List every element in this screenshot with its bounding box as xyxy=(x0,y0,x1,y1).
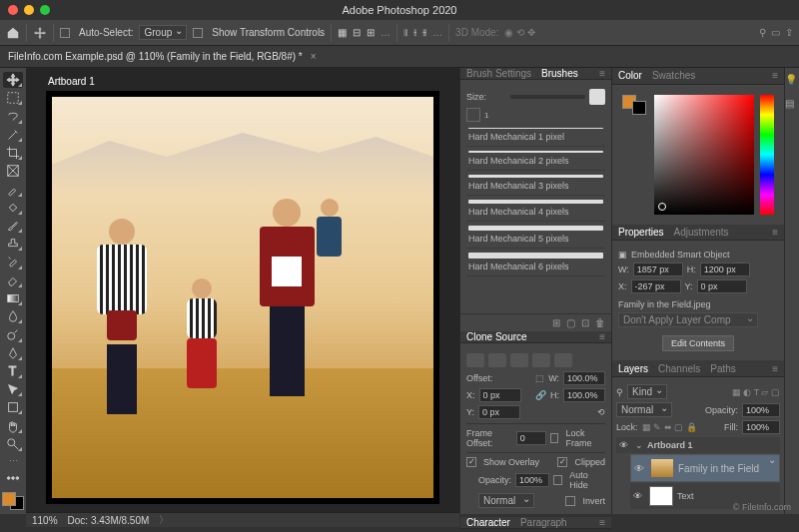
tab-adjustments[interactable]: Adjustments xyxy=(674,227,729,238)
wand-tool[interactable] xyxy=(3,127,23,143)
show-overlay-checkbox[interactable] xyxy=(466,457,476,467)
panel-menu-icon[interactable]: ≡ xyxy=(599,331,605,342)
tab-properties[interactable]: Properties xyxy=(618,227,664,238)
share-icon[interactable]: ⇪ xyxy=(785,27,793,38)
prop-h-input[interactable] xyxy=(700,263,750,276)
pen-tool[interactable] xyxy=(3,345,23,361)
brush-preset[interactable]: Hard Mechanical 5 pixels xyxy=(466,222,605,249)
distribute-icon[interactable]: ⫵ xyxy=(422,27,426,39)
shape-tool[interactable] xyxy=(3,399,23,415)
gradient-tool[interactable] xyxy=(3,290,23,306)
frame-offset-input[interactable] xyxy=(516,431,546,445)
color-fgbg[interactable] xyxy=(622,95,646,215)
tab-brush-settings[interactable]: Brush Settings xyxy=(466,68,531,79)
libraries-icon[interactable]: ▤ xyxy=(785,98,799,114)
eraser-tool[interactable] xyxy=(3,272,23,288)
artboard[interactable] xyxy=(46,91,439,504)
clone-source-slots[interactable] xyxy=(466,353,605,367)
trash-icon[interactable]: 🗑 xyxy=(595,317,605,328)
prop-w-input[interactable] xyxy=(633,263,683,276)
lock-frame-checkbox[interactable] xyxy=(550,433,559,443)
auto-select-dropdown[interactable]: Group xyxy=(139,25,187,40)
eyedropper-tool[interactable] xyxy=(3,181,23,197)
marquee-tool[interactable] xyxy=(3,90,23,106)
edit-contents-button[interactable]: Edit Contents xyxy=(662,335,734,351)
clipped-checkbox[interactable] xyxy=(557,457,567,467)
layer-item[interactable]: 👁Family in the Field xyxy=(630,454,780,482)
overlay-opacity-input[interactable] xyxy=(515,473,549,487)
color-picker[interactable] xyxy=(654,95,774,215)
type-tool[interactable]: T xyxy=(3,363,23,379)
brush-preset[interactable]: Hard Mechanical 1 pixel xyxy=(466,124,605,147)
autohide-checkbox[interactable] xyxy=(553,475,562,485)
hand-tool[interactable] xyxy=(3,417,23,433)
frame-tool[interactable] xyxy=(3,163,23,179)
layer-fill-input[interactable] xyxy=(742,420,780,434)
learn-icon[interactable]: 💡 xyxy=(785,74,799,90)
edit-toolbar[interactable] xyxy=(3,470,23,486)
new-brush-icon[interactable]: ⊞ xyxy=(552,317,560,328)
artboard-label[interactable]: Artboard 1 xyxy=(48,76,439,87)
path-select-tool[interactable] xyxy=(3,381,23,397)
layer-comp-dropdown[interactable]: Don't Apply Layer Comp xyxy=(618,312,758,327)
brush-preview[interactable] xyxy=(466,108,480,122)
panel-menu-icon[interactable]: ≡ xyxy=(599,68,605,79)
auto-select-checkbox[interactable] xyxy=(60,28,70,38)
tab-clone-source[interactable]: Clone Source xyxy=(466,331,527,342)
dodge-tool[interactable] xyxy=(3,326,23,342)
brush-toggle-icon[interactable] xyxy=(589,89,605,105)
brush-preset[interactable]: Hard Mechanical 3 pixels xyxy=(466,171,605,196)
blend-mode-dropdown[interactable]: Normal xyxy=(616,402,672,417)
brush-tool[interactable] xyxy=(3,218,23,234)
overlay-blend-dropdown[interactable]: Normal xyxy=(478,493,534,508)
folder-icon[interactable]: ▢ xyxy=(566,317,575,328)
new-icon[interactable]: ⊡ xyxy=(581,317,589,328)
workspace-icon[interactable]: ▭ xyxy=(771,27,780,38)
layer-kind-dropdown[interactable]: Kind xyxy=(627,384,667,399)
tab-brushes[interactable]: Brushes xyxy=(541,68,578,79)
stamp-tool[interactable] xyxy=(3,236,23,252)
layer-artboard[interactable]: 👁⌄Artboard 1 xyxy=(616,437,780,453)
brush-preset[interactable]: Hard Mechanical 2 pixels xyxy=(466,147,605,171)
brush-preset[interactable]: Hard Mechanical 4 pixels xyxy=(466,196,605,222)
brush-size-slider[interactable] xyxy=(510,95,585,99)
history-brush-tool[interactable] xyxy=(3,254,23,269)
zoom-tool[interactable] xyxy=(3,436,23,452)
brush-preset[interactable]: Hard Mechanical 6 pixels xyxy=(466,249,605,276)
visibility-icon[interactable]: 👁 xyxy=(619,440,631,450)
home-icon[interactable] xyxy=(6,26,20,40)
layer-opacity-input[interactable] xyxy=(742,403,780,417)
tab-layers[interactable]: Layers xyxy=(618,363,648,374)
prop-x-input[interactable] xyxy=(631,279,681,293)
distribute-icon[interactable]: ⫲ xyxy=(413,27,416,39)
clone-x-input[interactable] xyxy=(479,388,521,402)
close-window[interactable] xyxy=(8,5,18,15)
align-icon[interactable]: ⊟ xyxy=(353,27,361,38)
search-icon[interactable]: ⚲ xyxy=(759,27,766,38)
move-tool[interactable] xyxy=(3,72,23,88)
tab-channels[interactable]: Channels xyxy=(658,363,700,374)
tab-swatches[interactable]: Swatches xyxy=(652,70,695,81)
visibility-icon[interactable]: 👁 xyxy=(633,491,645,501)
zoom-level[interactable]: 110% xyxy=(32,515,58,526)
align-icon[interactable]: ▦ xyxy=(338,27,347,38)
lasso-tool[interactable] xyxy=(3,108,23,124)
align-icon[interactable]: ⊞ xyxy=(367,27,375,38)
healing-tool[interactable] xyxy=(3,200,23,216)
tab-paths[interactable]: Paths xyxy=(710,363,736,374)
clone-h-input[interactable] xyxy=(563,388,605,402)
close-tab-icon[interactable]: × xyxy=(311,51,317,62)
invert-checkbox[interactable] xyxy=(565,496,575,506)
visibility-icon[interactable]: 👁 xyxy=(634,463,646,474)
blur-tool[interactable] xyxy=(3,308,23,324)
crop-tool[interactable] xyxy=(3,145,23,161)
minimize-window[interactable] xyxy=(24,5,34,15)
show-transform-checkbox[interactable] xyxy=(193,28,203,38)
tab-paragraph[interactable]: Paragraph xyxy=(520,517,567,528)
clone-y-input[interactable] xyxy=(478,405,520,419)
color-swatches[interactable] xyxy=(2,492,24,510)
canvas-image[interactable] xyxy=(52,97,433,498)
distribute-icon[interactable]: ⫴ xyxy=(403,27,407,39)
document-tab[interactable]: FileInfo.com Example.psd @ 110% (Family … xyxy=(0,46,799,68)
prop-y-input[interactable] xyxy=(697,279,747,293)
